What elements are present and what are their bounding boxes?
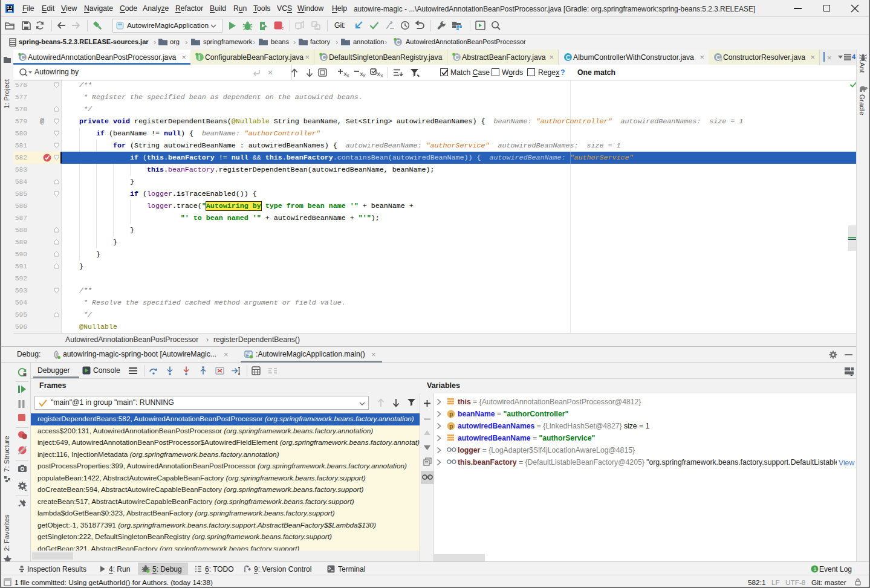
svg-text:X: X [363,74,366,77]
svg-text:C: C [396,39,400,46]
svg-text:1: 1 [813,566,816,572]
svg-text:p: p [449,411,453,418]
svg-text:C: C [322,54,326,61]
svg-text:X: X [380,74,383,77]
svg-text:X: X [346,74,349,77]
svg-text:2: 2 [282,26,284,31]
svg-text:I: I [198,54,200,61]
svg-text:C: C [455,54,459,61]
svg-text:p: p [449,423,453,430]
svg-text:C: C [566,54,570,61]
svg-text:C: C [21,54,25,61]
